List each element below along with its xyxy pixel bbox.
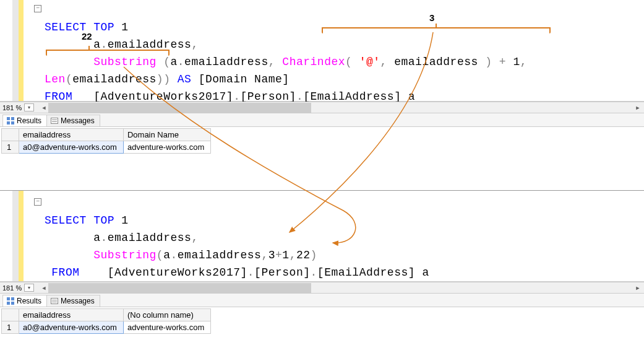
scroll-left-icon[interactable]: ◄ [39, 105, 49, 111]
scroll-thumb[interactable] [48, 283, 311, 293]
results-table[interactable]: emailaddress (No column name) 1 a0@adven… [1, 308, 211, 334]
fn-len: Len [45, 73, 66, 85]
col-header[interactable]: (No column name) [123, 309, 210, 321]
scroll-right-icon[interactable]: ► [633, 285, 643, 291]
zoom-dropdown-icon[interactable]: ▾ [24, 103, 34, 111]
zoom-dropdown-icon[interactable]: ▾ [24, 284, 34, 292]
table-row[interactable]: 1 a0@adventure-works.com adventure-works… [2, 321, 211, 334]
tab-results[interactable]: Results [2, 115, 47, 126]
h-scrollbar[interactable] [48, 283, 633, 293]
row-number[interactable]: 1 [2, 141, 19, 154]
fold-toggle-icon[interactable]: − [34, 5, 41, 12]
col-header[interactable]: emailaddress [19, 309, 124, 321]
tab-results[interactable]: Results [2, 295, 47, 307]
kw-from: FROM [45, 90, 72, 103]
editor-gutter [0, 191, 31, 281]
kw-select: SELECT [45, 21, 87, 33]
scroll-right-icon[interactable]: ► [633, 105, 643, 111]
table-row[interactable]: 1 a0@adventure-works.com adventure-works… [2, 141, 211, 154]
editor-pane-2: − SELECT TOP 1 a.emailaddress, Substring… [0, 190, 644, 282]
scroll-thumb[interactable] [48, 103, 311, 113]
row-number[interactable]: 1 [2, 321, 19, 334]
fn-substring: Substring [93, 56, 157, 68]
results-table[interactable]: emailaddress Domain Name 1 a0@adventure-… [1, 128, 211, 154]
scroll-left-icon[interactable]: ◄ [39, 285, 49, 291]
editor-pane-1: − SELECT TOP 1 a.emailaddress, Substring… [0, 0, 644, 102]
cell[interactable]: a0@adventure-works.com [19, 321, 124, 334]
col-header[interactable]: emailaddress [19, 129, 124, 141]
messages-icon [51, 298, 58, 304]
zoom-level[interactable]: 181 % [2, 104, 22, 111]
messages-icon [51, 118, 58, 124]
kw-top: TOP [93, 21, 114, 33]
grid-icon [7, 297, 14, 305]
grid-icon [7, 117, 14, 124]
results-grid-2: emailaddress (No column name) 1 a0@adven… [0, 308, 644, 358]
editor-gutter [0, 0, 31, 101]
zoom-scrollbar-2: 181 % ▾ ◄ ► [0, 282, 644, 294]
results-grid-1: emailaddress Domain Name 1 a0@adventure-… [0, 128, 644, 190]
cell[interactable]: adventure-works.com [123, 321, 210, 334]
cell[interactable]: adventure-works.com [123, 141, 210, 154]
fold-toggle-icon[interactable]: − [34, 198, 41, 206]
col-header[interactable]: Domain Name [123, 129, 210, 141]
fn-charindex: Charindex [282, 56, 345, 68]
h-scrollbar[interactable] [48, 103, 633, 113]
corner-cell [2, 129, 19, 141]
cell[interactable]: a0@adventure-works.com [19, 141, 124, 154]
zoom-level[interactable]: 181 % [2, 284, 22, 292]
zoom-scrollbar-1: 181 % ▾ ◄ ► [0, 102, 644, 113]
corner-cell [2, 309, 19, 321]
